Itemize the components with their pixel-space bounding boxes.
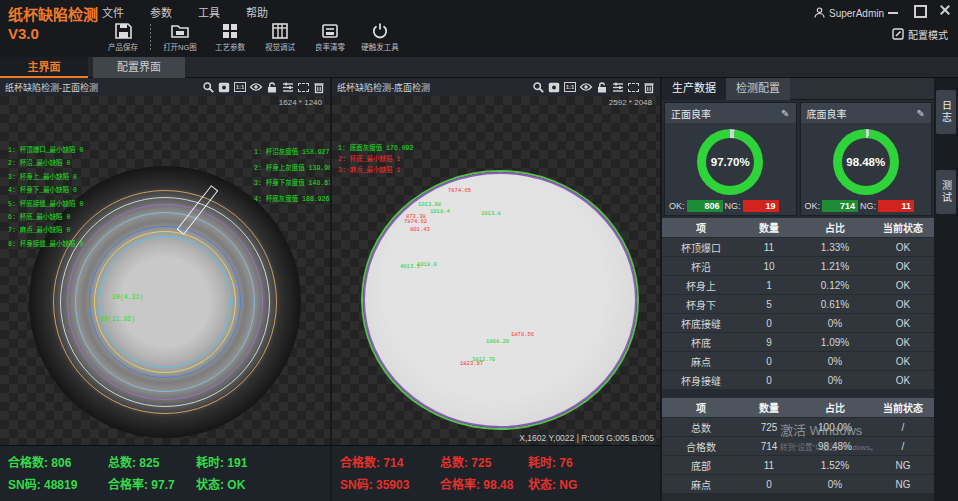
bottom-view-title: 纸杯缺陷检测-底面检测: [337, 81, 532, 94]
menu-item[interactable]: 文件: [102, 4, 124, 20]
open-ng-image-button[interactable]: 打开NG图: [155, 21, 205, 52]
table-cell: NG: [872, 456, 934, 474]
edit-icon[interactable]: ✎: [781, 108, 789, 119]
bottom-image-viewer[interactable]: 2592 * 2048 1: 底面灰度值 176.0922: 杯底_最小缺陷 1…: [332, 96, 660, 445]
tab-config-interface[interactable]: 配置界面: [93, 57, 185, 78]
close-icon[interactable]: [940, 5, 950, 15]
front-pass-rate: 合格率: 97.7: [108, 475, 175, 492]
front-yield-card: 正面良率 ✎ 97.70% OK: 806 NG: 19: [664, 102, 797, 216]
tab-main-interface[interactable]: 主界面: [0, 57, 88, 78]
front-stats-bar: 合格数: 806 总数: 825 耗时: 191 SN码: 48819 合格率:…: [0, 445, 330, 501]
fit-view-icon[interactable]: [218, 81, 230, 93]
edit-icon[interactable]: ✎: [917, 108, 925, 119]
menu-item[interactable]: 参数: [150, 4, 172, 20]
table-row: 麻点00%OK: [662, 352, 934, 371]
roi-marquee-icon[interactable]: [298, 83, 309, 92]
tab-detection-config[interactable]: 检测配置: [726, 78, 790, 100]
hard-trigger-button[interactable]: 硬触发工具: [355, 21, 405, 52]
fit-view-icon[interactable]: [548, 81, 560, 93]
bottom-pass-rate: 合格率: 98.48: [440, 475, 513, 492]
title-bar: 纸杯缺陷检测V3.0 文件参数工具帮助 产品保存 打开NG图 工艺参数: [0, 0, 958, 57]
maximize-icon[interactable]: [914, 5, 924, 15]
minimize-icon[interactable]: [888, 5, 898, 15]
table-cell: 11: [740, 238, 798, 256]
yield-reset-button[interactable]: 良率清零: [305, 21, 355, 52]
inspection-ring: [99, 236, 231, 368]
header-cell: 当前状态: [872, 398, 934, 417]
table-row: 杯底接缝00%OK: [662, 314, 934, 333]
config-mode-button[interactable]: 配置模式: [892, 27, 948, 42]
defect-annotation: 7: 麻点_最小缺陷 0: [8, 228, 70, 235]
lock-icon[interactable]: [596, 81, 608, 93]
table-cell: 底部: [662, 456, 740, 474]
ng-label: NG:: [725, 201, 741, 211]
table-header-row: 项数量占比当前状态: [662, 398, 934, 418]
defect-annotation: 2: 杯沿_最小缺陷 0: [8, 161, 70, 168]
defect-annotation: 5: 杯底接缝_最小缺陷 0: [8, 202, 83, 209]
process-params-button[interactable]: 工艺参数: [205, 21, 255, 52]
trash-icon[interactable]: [643, 81, 655, 93]
main-tab-bar: 主界面 配置界面: [0, 57, 958, 78]
levels-icon[interactable]: [612, 81, 624, 93]
table-cell: 合格数: [662, 437, 740, 455]
side-tab-test[interactable]: 测试: [936, 170, 956, 214]
lock-icon[interactable]: [266, 81, 278, 93]
vision-debug-icon: [272, 23, 288, 39]
table-cell: 0%: [798, 314, 872, 332]
one-to-one-icon[interactable]: 1:1: [234, 82, 246, 92]
defect-stats-table: 项数量占比当前状态杯顶爆口111.33%OK杯沿101.21%OK杯身上10.1…: [662, 218, 934, 390]
table-cell: 麻点: [662, 475, 740, 493]
vision-debug-button[interactable]: 视觉调试: [255, 21, 305, 52]
levels-icon[interactable]: [282, 81, 294, 93]
front-view-header: 纸杯缺陷检测-正面检测 1:1: [0, 78, 330, 96]
table-cell: OK: [872, 333, 934, 351]
table-row: 合格数71498.48%/: [662, 437, 934, 456]
side-strip: 日志 测试: [934, 78, 958, 501]
user-icon: [814, 4, 825, 22]
menu-item[interactable]: 工具: [198, 4, 220, 20]
viewer-toolbar: 1:1: [202, 81, 325, 93]
zoom-icon[interactable]: [202, 81, 214, 93]
table-cell: 0%: [798, 371, 872, 389]
bottom-resolution: 2592 * 2048: [609, 98, 652, 107]
table-row: 总数725100.0%/: [662, 418, 934, 437]
bottom-yield-card: 底面良率 ✎ 98.48% OK: 714 NG: 11: [800, 102, 933, 216]
defect-annotation: 6: 杯底_最小缺陷 0: [8, 215, 70, 222]
menu-item[interactable]: 帮助: [246, 4, 268, 20]
table-cell: 98.48%: [798, 437, 872, 455]
user-name: SuperAdmin: [829, 8, 884, 19]
table-row: 杯身下50.61%OK: [662, 295, 934, 314]
table-cell: OK: [872, 371, 934, 389]
user-account[interactable]: SuperAdmin: [814, 4, 884, 22]
one-to-one-icon[interactable]: 1:1: [564, 82, 576, 92]
front-total-count: 总数: 825: [108, 453, 159, 470]
bottom-elapsed: 耗时: 76: [528, 453, 573, 470]
front-image-viewer[interactable]: 1624 * 1240 1: 杯顶爆口_最小缺陷 02: 杯沿_最小缺陷 03:…: [0, 96, 330, 445]
eye-icon[interactable]: [580, 81, 592, 93]
viewer-toolbar: 1:1: [532, 81, 655, 93]
app-title: 纸杯缺陷检测V3.0: [8, 5, 103, 43]
table-cell: NG: [872, 475, 934, 493]
table-cell: 杯底: [662, 333, 740, 351]
defect-marker: 1013.98: [418, 202, 441, 208]
side-tab-log[interactable]: 日志: [936, 90, 956, 134]
menu-bar: 文件参数工具帮助: [102, 4, 268, 20]
save-product-button[interactable]: 产品保存: [98, 21, 148, 52]
ok-count-chip: 806: [687, 200, 723, 212]
front-view-panel: 纸杯缺陷检测-正面检测 1:1 1624 * 1240 1: 杯顶爆口_最小缺陷…: [0, 78, 330, 501]
defect-marker: 1808.20: [486, 339, 509, 345]
defect-annotation: 8: 杯身接缝_最小缺陷 0: [8, 242, 83, 249]
eye-icon[interactable]: [250, 81, 262, 93]
table-row: 杯沿101.21%OK: [662, 257, 934, 276]
table-cell: 杯身下: [662, 295, 740, 313]
ok-count-chip: 714: [822, 200, 858, 212]
tab-production-data[interactable]: 生产数据: [662, 78, 726, 100]
roi-marquee-icon[interactable]: [628, 83, 639, 92]
zoom-icon[interactable]: [532, 81, 544, 93]
defect-annotation: 1: 杯顶爆口_最小缺陷 0: [8, 148, 83, 155]
defect-marker: 1018.4: [430, 209, 450, 215]
trash-icon[interactable]: [313, 81, 325, 93]
bottom-total-count: 总数: 725: [440, 453, 491, 470]
process-params-icon: [222, 23, 238, 39]
config-mode-icon: [892, 28, 904, 42]
